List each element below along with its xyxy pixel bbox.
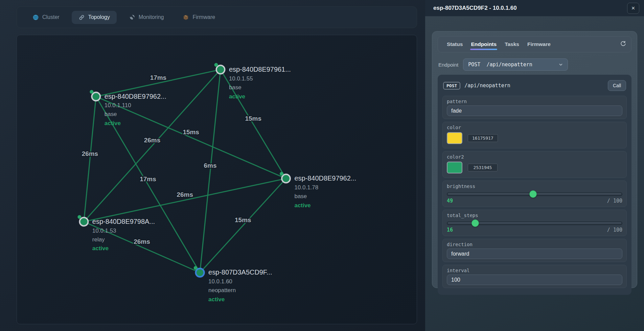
node-role: base [229, 84, 242, 91]
node-pulse-dot [90, 90, 93, 94]
field-color: color16175917 [442, 122, 627, 148]
call-button[interactable]: Call [608, 80, 626, 91]
panel-tab-label: Status [447, 41, 463, 47]
node-ip: 10.0.1.110 [105, 102, 131, 109]
nav-tabs: ClusterTopologyMonitoringFirmware [26, 11, 222, 24]
node-circle[interactable] [92, 92, 100, 101]
edge-latency-label: 26ms [134, 238, 150, 245]
slider-thumb[interactable] [472, 219, 479, 227]
topology-node[interactable]: esp-840D8E97962...10.0.1.78baseactive [280, 172, 356, 209]
color2-swatch[interactable] [447, 162, 462, 173]
panel-tab-label: Endpoints [471, 41, 497, 47]
nav-tab-label: Monitoring [139, 14, 164, 20]
node-status: active [105, 120, 121, 126]
topology-node[interactable]: esp-807D3A5CD9F...10.0.1.60neopatternact… [194, 266, 272, 303]
field-pattern: pattern [442, 96, 627, 119]
edge-latency-label: 17ms [150, 74, 166, 81]
topology-edge [200, 179, 286, 273]
nav-tab-label: Firmware [192, 14, 215, 20]
slider-max-value: / 100 [607, 198, 622, 204]
interval-input[interactable] [447, 275, 622, 285]
panel-tabbar: StatusEndpointsTasksFirmware [438, 36, 631, 52]
node-circle-selected[interactable] [196, 268, 204, 277]
globe-icon [32, 14, 39, 21]
total_steps-slider[interactable] [447, 219, 622, 226]
nav-tab-monitoring[interactable]: Monitoring [122, 11, 171, 24]
nav-tab-cluster[interactable]: Cluster [26, 11, 66, 24]
endpoint-card: POST /api/neopattern Call patterncolor16… [438, 75, 631, 295]
panel-tab-status[interactable]: Status [443, 37, 467, 52]
nav-tab-firmware[interactable]: Firmware [176, 11, 222, 24]
pattern-input[interactable] [447, 105, 622, 116]
slider-current-value: 49 [447, 198, 453, 204]
direction-input[interactable] [447, 249, 622, 259]
node-pulse-dot [77, 215, 81, 219]
topology-canvas: 17ms15ms26ms6ms15ms26ms17ms26ms15ms26mse… [17, 35, 417, 324]
edge-latency-label: 17ms [140, 175, 156, 183]
node-pulse-dot [194, 266, 198, 270]
node-role: relay [92, 236, 105, 243]
edge-latency-label: 15ms [245, 115, 261, 122]
satellite-icon [129, 14, 135, 21]
node-role: neopattern [208, 287, 236, 293]
close-button[interactable]: × [627, 3, 639, 14]
endpoint-select[interactable]: POST /api/neopattern [463, 58, 568, 71]
panel-tab-tasks[interactable]: Tasks [501, 37, 523, 52]
endpoint-row: Endpoint POST /api/neopattern [438, 58, 631, 71]
field-direction: direction [442, 239, 627, 262]
node-role: base [294, 193, 307, 199]
slider-thumb[interactable] [529, 190, 537, 198]
node-pulse-dot [214, 63, 218, 67]
panel-tab-label: Tasks [505, 41, 519, 47]
panel-tab-endpoints[interactable]: Endpoints [467, 37, 501, 52]
topology-node[interactable]: esp-840D8E97961...10.0.1.55baseactive [214, 63, 291, 99]
chevron-down-icon [559, 63, 563, 67]
node-name: esp-840D8E97962... [105, 93, 166, 100]
topology-edge [200, 70, 221, 273]
brightness-slider[interactable] [447, 190, 622, 197]
field-label: color2 [447, 154, 622, 160]
node-status: active [208, 296, 225, 303]
field-label: direction [447, 242, 622, 247]
color-swatch[interactable] [447, 132, 462, 144]
panel-tabs: StatusEndpointsTasksFirmware [443, 37, 555, 52]
panel-card: StatusEndpointsTasksFirmware Endpoint PO… [432, 31, 637, 288]
field-brightness: brightness49/ 100 [442, 181, 627, 207]
edge-latency-label: 15ms [235, 216, 251, 223]
edge-latency-label: 26ms [82, 150, 98, 157]
node-circle[interactable] [282, 174, 290, 183]
node-name: esp-840D8E9798A... [92, 218, 155, 225]
slider-value-row: 16/ 100 [447, 227, 622, 233]
field-label: total_steps [447, 213, 622, 218]
edge-latency-label: 6ms [204, 162, 217, 169]
edge-latency-label: 26ms [177, 191, 193, 198]
device-detail-panel: esp-807D3A5CD9F2 - 10.0.1.60 × StatusEnd… [425, 0, 644, 331]
node-ip: 10.0.1.78 [294, 184, 318, 191]
panel-title: esp-807D3A5CD9F2 - 10.0.1.60 [433, 5, 627, 11]
field-interval: interval [442, 265, 627, 288]
node-name: esp-840D8E97961... [229, 66, 291, 73]
panel-tab-firmware[interactable]: Firmware [523, 37, 555, 52]
endpoint-label: Endpoint [438, 62, 458, 68]
field-label: color [447, 125, 622, 130]
node-pulse-dot [280, 172, 283, 176]
node-role: base [105, 111, 117, 117]
node-circle[interactable] [216, 65, 225, 74]
color2-value: 2531945 [468, 164, 498, 171]
node-status: active [92, 245, 109, 252]
method-badge: POST [443, 82, 460, 90]
nav-tab-topology[interactable]: Topology [72, 11, 117, 24]
slider-value-row: 49/ 100 [447, 198, 622, 204]
node-ip: 10.0.1.53 [92, 228, 116, 234]
endpoint-fields: patterncolor16175917color22531945brightn… [442, 96, 627, 288]
refresh-button[interactable] [620, 41, 626, 48]
node-name: esp-840D8E97962... [294, 174, 356, 182]
color-row: 16175917 [447, 132, 622, 145]
node-status: active [229, 93, 245, 100]
field-color2: color22531945 [442, 151, 627, 178]
nav-tab-label: Topology [88, 14, 110, 20]
topology-edge [96, 97, 286, 179]
node-circle[interactable] [79, 217, 88, 226]
endpoint-card-header: POST /api/neopattern Call [443, 79, 626, 92]
node-ip: 10.0.1.55 [229, 75, 253, 82]
